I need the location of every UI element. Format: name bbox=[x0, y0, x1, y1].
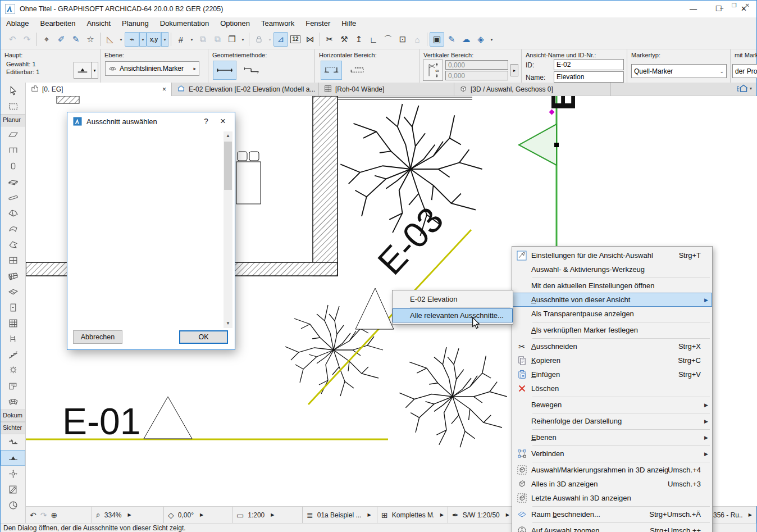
menu-item-alles-in-3d-anzeigen[interactable]: Alles in 3D anzeigenUmsch.+3 bbox=[512, 477, 712, 491]
ok-button[interactable]: OK bbox=[179, 330, 228, 344]
elevation-marker-e03[interactable] bbox=[355, 288, 394, 329]
status-nav[interactable]: ↶↷⊕ bbox=[26, 507, 92, 523]
dialog-title-bar[interactable]: Ausschnitt auswählen ? × bbox=[67, 112, 235, 130]
elevation-tool-icon[interactable] bbox=[1, 450, 25, 466]
menu-item-kopieren[interactable]: KopierenStrg+C bbox=[512, 353, 712, 367]
wall-tool-icon[interactable] bbox=[1, 126, 25, 142]
menu-fenster[interactable]: Fenster bbox=[300, 17, 336, 30]
split-icon[interactable]: ⚒ bbox=[337, 32, 352, 47]
grid-dropdown-icon[interactable]: ▾ bbox=[188, 32, 195, 47]
tab-floor-plan[interactable]: [0. EG]× bbox=[26, 83, 172, 96]
layer-selector[interactable]: Ansichtslinien.Marker ▸ bbox=[105, 61, 199, 76]
window-grid-tool-icon[interactable] bbox=[1, 315, 25, 331]
trace-reference-b-icon[interactable]: ⧉ bbox=[210, 32, 225, 47]
scroll-up-icon[interactable]: ▲ bbox=[224, 131, 232, 140]
door-tool-icon[interactable] bbox=[1, 142, 25, 158]
menu-teamwork[interactable]: Teamwork bbox=[256, 17, 300, 30]
menu-item-bewegen[interactable]: Bewegen▶ bbox=[512, 398, 712, 412]
status-orientation[interactable]: ◇0,00°▶ bbox=[164, 507, 232, 523]
redo-icon[interactable]: ↷ bbox=[20, 32, 34, 47]
menu-item-auf-auswahl-zoomen[interactable]: Auf Auswahl zoomenStrg+Umsch.++ bbox=[512, 524, 712, 532]
measure-icon[interactable]: 12 bbox=[288, 32, 303, 47]
selection-node[interactable] bbox=[554, 143, 559, 147]
tab-close-icon[interactable]: × bbox=[162, 85, 166, 93]
zoom-in-icon[interactable]: ⊕ bbox=[51, 511, 57, 520]
default-settings-button[interactable] bbox=[74, 62, 92, 79]
menu-bearbeiten[interactable]: Bearbeiten bbox=[34, 17, 81, 30]
shell-tool-icon[interactable] bbox=[1, 221, 25, 237]
geometry-simple-button[interactable] bbox=[213, 61, 236, 80]
geometry-staggered-button[interactable] bbox=[240, 61, 263, 80]
column-tool-icon[interactable] bbox=[1, 158, 25, 174]
hrange-limited-button[interactable] bbox=[321, 61, 342, 80]
status-model-view-options[interactable]: ⊞Komplettes M...▶ bbox=[377, 507, 448, 523]
marquee-tool-icon[interactable] bbox=[1, 98, 25, 114]
submenu-item-e-02-elevation[interactable]: E-02 Elevation bbox=[393, 292, 513, 306]
mdi-window-controls[interactable]: ‗ ❐ ✕ bbox=[720, 2, 753, 8]
flyout-arrow-icon[interactable]: ▶ bbox=[749, 512, 752, 517]
morph-tool-icon[interactable] bbox=[1, 237, 25, 252]
menu-ablage[interactable]: Ablage bbox=[1, 17, 34, 30]
menu-item-auswahl-markierungsrahmen-in-3d-anzeigen[interactable]: Auswahl/Markierungsrahmen in 3D anzeigen… bbox=[512, 463, 712, 477]
snap-guides-icon[interactable]: ⌁ bbox=[125, 32, 139, 47]
flyout-arrow-icon[interactable]: ▶ bbox=[440, 512, 444, 517]
status-zoom-level[interactable]: ⌕334%▶ bbox=[92, 507, 164, 523]
status-scale[interactable]: ▭1:200▶ bbox=[232, 507, 303, 523]
view-id-field[interactable] bbox=[554, 59, 624, 70]
zone-tool-icon[interactable] bbox=[1, 378, 25, 394]
elevation-marker-e01[interactable] bbox=[144, 397, 192, 439]
flyout-arrow-icon[interactable]: ▶ bbox=[506, 512, 509, 517]
find-select-icon[interactable]: ⌖ bbox=[39, 32, 54, 47]
scroll-down-icon[interactable]: ▼ bbox=[224, 319, 232, 328]
window-tool-icon[interactable] bbox=[1, 252, 25, 268]
pickup-parameters-icon[interactable]: ✐ bbox=[54, 32, 69, 47]
beam-tool-icon[interactable] bbox=[1, 189, 25, 205]
tab-3d[interactable]: [3D / Auswahl, Geschoss 0] bbox=[454, 83, 611, 96]
menu-item-ausschnitte-von-dieser-ansicht[interactable]: Ausschnitte von dieser Ansicht▶ bbox=[512, 293, 712, 307]
resize-icon[interactable]: ⊡ bbox=[395, 32, 410, 47]
snap-guides-dropdown-icon[interactable]: ▾ bbox=[139, 32, 147, 47]
markup-icon[interactable]: ✎ bbox=[444, 32, 459, 47]
home-story-icon[interactable]: ⌂ bbox=[410, 32, 425, 47]
favorites-icon[interactable]: ☆ bbox=[83, 32, 98, 47]
flyout-arrow-icon[interactable]: ▶ bbox=[271, 512, 274, 517]
inject-parameters-icon[interactable]: ✎ bbox=[69, 32, 83, 47]
menu-hilfe[interactable]: Hilfe bbox=[336, 17, 362, 30]
stair-tool-icon[interactable] bbox=[1, 347, 25, 362]
menu-item-auswahl-aktivierungs-werkzeug[interactable]: Auswahl- & Aktivierungs-Werkzeug bbox=[512, 262, 712, 276]
submenu-item-alle-relevanten-ausschnitte-[interactable]: Alle relevanten Ausschnitte... bbox=[393, 308, 513, 322]
curtain-wall-tool-icon[interactable] bbox=[1, 268, 25, 284]
menu-item-als-transparentpause-anzeigen[interactable]: Als Transparentpause anzeigen bbox=[512, 307, 712, 321]
menu-ansicht[interactable]: Ansicht bbox=[81, 17, 116, 30]
tab-schedule[interactable]: [Roh-04 Wände] bbox=[319, 83, 454, 96]
interior-elevation-tool-icon[interactable] bbox=[1, 466, 25, 481]
menu-item-raum-beschneiden-[interactable]: Raum beschneiden...Strg+Umsch.+Ä bbox=[512, 507, 712, 521]
lamp-tool-icon[interactable] bbox=[1, 362, 25, 378]
layers-dropdown-icon[interactable]: ▾ bbox=[488, 32, 495, 47]
history-forward-icon[interactable]: ↷ bbox=[40, 511, 47, 520]
adjust-icon[interactable]: ↥ bbox=[352, 32, 366, 47]
coordinates-dropdown-icon[interactable]: ▾ bbox=[161, 32, 168, 47]
guide-lines-dropdown-icon[interactable]: ▾ bbox=[117, 32, 125, 47]
menu-item-reihenfolge-der-darstellung[interactable]: Reihenfolge der Darstellung▶ bbox=[512, 414, 712, 428]
menu-item-verbinden[interactable]: Verbinden▶ bbox=[512, 447, 712, 461]
flyout-arrow-icon[interactable]: ▶ bbox=[367, 512, 371, 517]
status-pen-set[interactable]: ✒S/W 1:20/50▶ bbox=[448, 507, 517, 523]
scrollbar[interactable]: ▲ ▼ bbox=[224, 131, 232, 328]
cut-elements-icon[interactable]: ✂ bbox=[322, 32, 337, 47]
vrange-button[interactable]: ∞ bbox=[423, 60, 443, 81]
virtual-trace-icon[interactable]: ❐ bbox=[225, 32, 239, 47]
minimize-button[interactable]: — bbox=[681, 1, 706, 17]
layers-quick-icon[interactable]: ◈ bbox=[473, 32, 488, 47]
trace-reference-icon[interactable]: ⧉ bbox=[195, 32, 210, 47]
status-layer-combination[interactable]: ≣01a Beispiel ...▶ bbox=[303, 507, 377, 523]
virtual-trace-dropdown-icon[interactable]: ▾ bbox=[239, 32, 247, 47]
object-tool-icon[interactable] bbox=[1, 331, 25, 347]
menu-item-löschen[interactable]: Löschen bbox=[512, 381, 712, 395]
menu-planung[interactable]: Planung bbox=[116, 17, 154, 30]
flyout-arrow-icon[interactable]: ▶ bbox=[200, 512, 203, 517]
coordinates-icon[interactable]: x,y bbox=[147, 32, 161, 47]
history-back-icon[interactable]: ↶ bbox=[30, 511, 37, 520]
marker-type-select[interactable]: Quell-Marker ⌄ bbox=[631, 64, 727, 78]
menu-item-einstellungen-für-die-ansicht-auswahl[interactable]: Einstellungen für die Ansicht-AuswahlStr… bbox=[512, 248, 712, 262]
